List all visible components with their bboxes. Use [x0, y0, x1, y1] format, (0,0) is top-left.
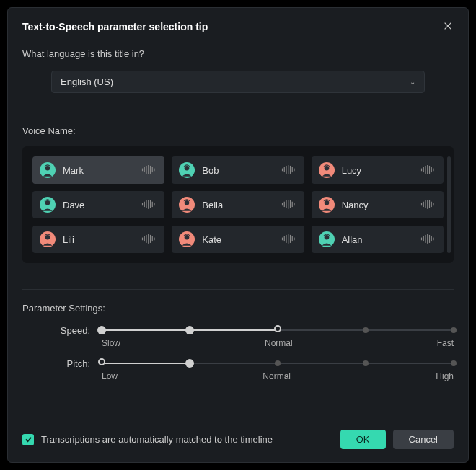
waveform-icon[interactable]	[420, 200, 436, 210]
waveform-icon[interactable]	[141, 200, 157, 210]
speed-label: Speed:	[22, 325, 102, 336]
svg-rect-35	[154, 203, 155, 206]
svg-rect-69	[290, 235, 291, 243]
pitch-row: Pitch: Low Normal High	[22, 358, 454, 381]
pitch-slider-fill	[102, 363, 190, 364]
svg-rect-26	[433, 169, 433, 172]
pitch-slider-tick	[363, 360, 369, 366]
pitch-label: Pitch:	[22, 358, 102, 369]
voice-name-label: Mark	[63, 165, 141, 176]
speed-slider-mid-knob[interactable]	[185, 326, 194, 334]
waveform-icon[interactable]	[141, 234, 157, 244]
voice-item[interactable]: Lucy	[312, 156, 444, 184]
speed-slider-tick	[363, 327, 369, 333]
waveform-icon[interactable]	[281, 234, 297, 244]
waveform-icon[interactable]	[141, 165, 157, 175]
voice-item[interactable]: Bella	[172, 191, 304, 218]
chevron-down-icon: ⌄	[410, 78, 415, 86]
svg-rect-22	[425, 166, 426, 174]
svg-rect-24	[429, 166, 430, 174]
svg-rect-14	[288, 165, 288, 174]
svg-point-19	[324, 166, 329, 171]
voices-scrollbar[interactable]	[447, 156, 451, 253]
voice-item[interactable]: Bob	[172, 156, 304, 184]
voice-item[interactable]: Dave	[32, 191, 164, 218]
svg-point-46	[324, 200, 329, 205]
svg-rect-6	[150, 166, 151, 174]
svg-rect-42	[290, 200, 291, 208]
svg-point-28	[45, 200, 50, 205]
svg-rect-4	[146, 166, 147, 174]
cancel-button[interactable]: Cancel	[393, 430, 454, 449]
voice-name-label: Nancy	[342, 200, 420, 210]
dialog-header: Text-to-Speech parameter selection tip	[22, 21, 454, 32]
close-button[interactable]	[442, 21, 454, 32]
voice-item[interactable]: Lili	[32, 226, 164, 253]
svg-rect-7	[152, 167, 153, 172]
svg-rect-48	[423, 202, 424, 207]
speed-slider[interactable]	[102, 329, 454, 331]
ok-button[interactable]: OK	[340, 430, 386, 449]
speed-min-label: Slow	[102, 338, 120, 348]
waveform-icon[interactable]	[420, 165, 436, 175]
avatar-icon	[179, 162, 195, 178]
svg-rect-8	[154, 169, 155, 172]
svg-rect-70	[291, 236, 292, 241]
transcriptions-checkbox[interactable]	[22, 434, 34, 445]
svg-rect-23	[427, 165, 428, 174]
speed-slider-wrap: Slow Normal Fast	[102, 325, 454, 348]
svg-rect-76	[425, 235, 426, 243]
language-question: What language is this title in?	[22, 48, 454, 59]
divider	[22, 112, 454, 112]
pitch-slider[interactable]	[102, 363, 454, 364]
dialog-title: Text-to-Speech parameter selection tip	[22, 21, 208, 32]
speed-slider-start-knob[interactable]	[97, 326, 106, 334]
waveform-icon[interactable]	[281, 200, 297, 210]
svg-rect-30	[144, 202, 145, 207]
voice-item[interactable]: Mark	[32, 156, 164, 184]
voice-item[interactable]: Kate	[172, 226, 304, 253]
svg-rect-47	[421, 203, 422, 206]
svg-rect-80	[433, 238, 433, 241]
svg-rect-25	[431, 167, 432, 172]
speed-row: Speed: Slow Normal Fast	[22, 325, 454, 348]
svg-rect-34	[152, 202, 153, 207]
voice-item[interactable]: Allan	[312, 226, 444, 253]
svg-point-10	[185, 166, 190, 171]
svg-rect-33	[150, 200, 151, 208]
svg-rect-61	[152, 236, 153, 241]
svg-rect-5	[148, 165, 149, 174]
check-icon	[25, 435, 32, 443]
svg-rect-62	[154, 238, 155, 241]
waveform-icon[interactable]	[281, 165, 297, 175]
voice-name-label: Dave	[63, 200, 141, 210]
speed-legend: Slow Normal Fast	[102, 338, 454, 348]
pitch-slider-start-knob[interactable]	[98, 358, 105, 365]
svg-point-37	[185, 200, 190, 205]
avatar-icon	[319, 231, 335, 247]
pitch-slider-tick	[451, 360, 457, 366]
pitch-min-label: Low	[102, 371, 118, 381]
pitch-slider-knob[interactable]	[185, 359, 194, 368]
close-icon	[443, 21, 453, 31]
svg-rect-60	[150, 235, 151, 243]
svg-rect-52	[431, 202, 432, 207]
svg-rect-21	[423, 167, 424, 172]
language-select[interactable]: English (US) ⌄	[51, 71, 425, 93]
tts-dialog: Text-to-Speech parameter selection tip W…	[7, 7, 469, 463]
waveform-icon[interactable]	[420, 234, 436, 244]
avatar-icon	[179, 231, 195, 247]
divider	[22, 289, 454, 290]
svg-rect-20	[421, 169, 422, 172]
svg-rect-15	[290, 166, 291, 174]
speed-slider-knob[interactable]	[274, 325, 281, 332]
svg-rect-13	[286, 166, 286, 174]
voice-name-label: Bella	[202, 200, 281, 210]
svg-rect-31	[146, 200, 147, 208]
svg-point-1	[45, 166, 50, 171]
svg-rect-75	[423, 236, 424, 241]
speed-max-label: Fast	[437, 338, 454, 348]
speed-slider-tick	[451, 327, 457, 333]
svg-rect-38	[282, 203, 283, 206]
voice-item[interactable]: Nancy	[312, 191, 444, 218]
